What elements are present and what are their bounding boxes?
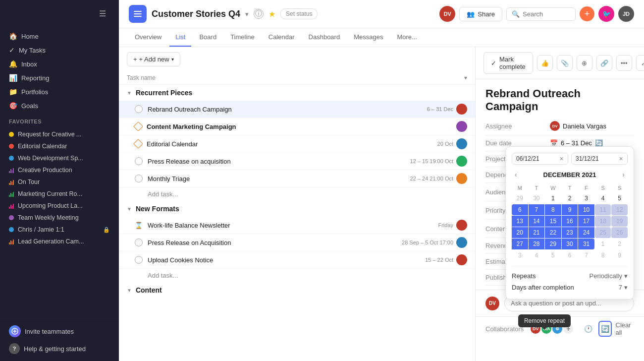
cal-day[interactable]: 20 bbox=[512, 227, 528, 238]
cal-day[interactable]: 28 bbox=[529, 239, 545, 249]
due-date-value[interactable]: 📅 6 – 31 Dec 🔄 bbox=[550, 139, 634, 147]
sidebar-fav-editorial-calendar[interactable]: Editorial Calendar bbox=[4, 140, 115, 152]
mark-complete-button[interactable]: ✓ Mark complete bbox=[483, 52, 533, 74]
cal-day[interactable]: 7 bbox=[529, 204, 545, 215]
tab-list[interactable]: List bbox=[169, 28, 191, 47]
cal-day[interactable]: 4 bbox=[595, 193, 611, 204]
cal-day[interactable]: 11 bbox=[595, 204, 611, 215]
tab-overview[interactable]: Overview bbox=[129, 28, 167, 47]
sidebar-item-reporting[interactable]: 📊Reporting bbox=[4, 71, 115, 85]
sort-icon[interactable]: ▾ bbox=[464, 74, 467, 81]
cal-end-clear[interactable]: ✕ bbox=[619, 156, 623, 162]
info-icon[interactable]: ⓘ bbox=[254, 9, 264, 19]
sidebar-fav-upcoming-product[interactable]: Upcoming Product La... bbox=[4, 200, 115, 212]
cal-day[interactable]: 9 bbox=[562, 204, 578, 215]
cal-day[interactable]: 17 bbox=[578, 216, 594, 227]
repeats-value[interactable]: Periodically ▾ bbox=[590, 272, 628, 280]
cal-day[interactable]: 22 bbox=[545, 227, 561, 238]
add-button[interactable]: + bbox=[580, 6, 594, 21]
sidebar-fav-request-creative[interactable]: Request for Creative ... bbox=[4, 128, 115, 140]
more-button[interactable]: ••• bbox=[616, 55, 632, 71]
section-header-recurrent-pieces[interactable]: ▼Recurrent Pieces bbox=[119, 85, 475, 101]
sidebar-item-goals[interactable]: 🎯Goals bbox=[4, 99, 115, 113]
cal-start-input[interactable]: 06/12/21 ✕ bbox=[512, 153, 568, 165]
tab-more[interactable]: More... bbox=[391, 28, 423, 47]
section-header-content[interactable]: ▼Content bbox=[119, 282, 475, 298]
cal-prev-button[interactable]: ‹ bbox=[512, 170, 520, 180]
sidebar-fav-marketing-current[interactable]: Marketing Current Ro... bbox=[4, 188, 115, 200]
cal-day[interactable]: 14 bbox=[529, 216, 545, 227]
task-row[interactable]: Monthly Triage22 – 24 21:00 Oct bbox=[119, 170, 475, 187]
dropdown-chevron-icon[interactable]: ▾ bbox=[245, 10, 249, 18]
cal-day[interactable]: 21 bbox=[529, 227, 545, 238]
tab-board[interactable]: Board bbox=[193, 28, 222, 47]
tab-calendar[interactable]: Calendar bbox=[263, 28, 301, 47]
sidebar-item-portfolios[interactable]: 📁Portfolios bbox=[4, 85, 115, 99]
task-row[interactable]: ⌛Work-life Balance NewsletterFriday bbox=[119, 217, 475, 234]
clear-all-button[interactable]: Clear all bbox=[616, 321, 635, 336]
days-after-value[interactable]: 7 ▾ bbox=[619, 284, 628, 291]
link-button[interactable]: 🔗 bbox=[596, 55, 612, 71]
add-task-recurrent-pieces[interactable]: Add task... bbox=[119, 187, 475, 201]
sidebar-item-home[interactable]: 🏠Home bbox=[4, 29, 115, 43]
cal-day[interactable]: 30 bbox=[562, 239, 578, 249]
help-item[interactable]: ? Help & getting started bbox=[8, 340, 111, 357]
task-row[interactable]: Upload Cookies Notice15 – 22 Oct bbox=[119, 251, 475, 269]
cal-day[interactable]: 23 bbox=[562, 227, 578, 238]
expand-button[interactable]: ⤢ bbox=[636, 55, 644, 71]
sidebar-item-my-tasks[interactable]: ✓My Tasks bbox=[4, 43, 115, 57]
sidebar-fav-team-weekly[interactable]: Team Weekly Meeting bbox=[4, 212, 115, 224]
invite-teammates-item[interactable]: Invite teammates bbox=[8, 322, 111, 340]
add-task-content[interactable] bbox=[119, 298, 475, 304]
cal-day[interactable]: 8 bbox=[545, 204, 561, 215]
tab-dashboard[interactable]: Dashboard bbox=[303, 28, 346, 47]
cal-day[interactable]: 3 bbox=[578, 193, 594, 204]
task-row[interactable]: Rebrand Outreach Campaign6 – 31 Dec bbox=[119, 101, 475, 118]
search-input[interactable] bbox=[523, 10, 570, 18]
cal-day[interactable]: 31 bbox=[578, 239, 594, 249]
tab-messages[interactable]: Messages bbox=[348, 28, 389, 47]
clock-icon-btn[interactable]: 🕐 bbox=[582, 321, 594, 337]
cal-day[interactable]: 26 bbox=[611, 227, 628, 238]
collapse-sidebar-button[interactable]: ☰ bbox=[94, 6, 111, 21]
task-row[interactable]: Press Release on acquisition12 – 15 19:0… bbox=[119, 153, 475, 170]
menu-button[interactable] bbox=[129, 5, 147, 23]
subtask-button[interactable]: ⊕ bbox=[577, 55, 592, 71]
cal-day[interactable]: 1 bbox=[545, 193, 561, 204]
section-header-new-formats[interactable]: ▼New Formats bbox=[119, 201, 475, 217]
add-new-button[interactable]: + + Add new ▾ bbox=[127, 52, 180, 66]
add-task-new-formats[interactable]: Add task... bbox=[119, 269, 475, 282]
cal-day[interactable]: 16 bbox=[562, 216, 578, 227]
sidebar-fav-web-dev[interactable]: Web Development Sp... bbox=[4, 152, 115, 164]
cal-day[interactable]: 29 bbox=[545, 239, 561, 249]
cal-day[interactable]: 5 bbox=[611, 193, 628, 204]
cal-end-input[interactable]: 31/12/21 ✕ bbox=[571, 153, 628, 165]
share-button[interactable]: 👥 Share bbox=[459, 7, 502, 21]
cal-day[interactable]: 19 bbox=[611, 216, 628, 227]
sidebar-fav-on-tour[interactable]: On Tour bbox=[4, 176, 115, 188]
cal-day[interactable]: 2 bbox=[562, 193, 578, 204]
sidebar-item-inbox[interactable]: 🔔Inbox bbox=[4, 57, 115, 71]
sidebar-fav-lead-generation[interactable]: Lead Generation Cam... bbox=[4, 236, 115, 247]
cal-day[interactable]: 13 bbox=[512, 216, 528, 227]
cal-day[interactable]: 6 bbox=[512, 204, 528, 215]
task-row[interactable]: Editorial Calendar20 Oct bbox=[119, 135, 475, 153]
sidebar-fav-creative-production[interactable]: Creative Production bbox=[4, 164, 115, 176]
repeat-icon-btn[interactable]: 🔄 bbox=[598, 321, 611, 337]
task-row[interactable]: Content Marketing Campaign bbox=[119, 118, 475, 135]
cal-day[interactable]: 25 bbox=[595, 227, 611, 238]
cal-day[interactable]: 10 bbox=[578, 204, 594, 215]
cal-next-button[interactable]: › bbox=[619, 170, 628, 180]
cal-day[interactable]: 18 bbox=[595, 216, 611, 227]
cal-day[interactable]: 12 bbox=[611, 204, 628, 215]
attach-button[interactable]: 📎 bbox=[557, 55, 573, 71]
cal-day[interactable]: 27 bbox=[512, 239, 528, 249]
task-row[interactable]: Press Release on Acquisition28 Sep – 5 O… bbox=[119, 234, 475, 251]
set-status-btn[interactable]: Set status bbox=[280, 8, 318, 19]
cal-day[interactable]: 24 bbox=[578, 227, 594, 238]
cal-day[interactable]: 15 bbox=[545, 216, 561, 227]
tab-timeline[interactable]: Timeline bbox=[224, 28, 261, 47]
star-icon[interactable]: ★ bbox=[268, 9, 275, 19]
sidebar-fav-chris-jamie[interactable]: Chris / Jamie 1:1🔒 bbox=[4, 224, 115, 236]
like-button[interactable]: 👍 bbox=[537, 55, 553, 71]
